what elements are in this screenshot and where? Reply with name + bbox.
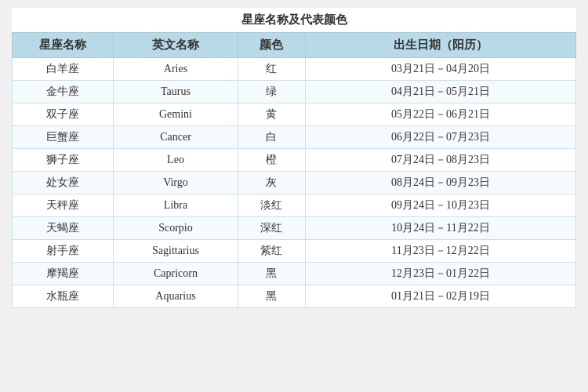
cell-color: 白 xyxy=(238,126,305,149)
cell-en-name: Scorpio xyxy=(114,217,238,240)
cell-en-name: Aquarius xyxy=(114,285,238,308)
table-row: 处女座Virgo灰08月24日－09月23日 xyxy=(13,172,576,194)
cell-en-name: Gemini xyxy=(114,103,238,126)
cell-date: 12月23日－01月22日 xyxy=(305,263,575,285)
cell-date: 03月21日－04月20日 xyxy=(305,58,575,81)
cell-en-name: Cancer xyxy=(114,126,238,149)
zodiac-table: 星座名称 英文名称 颜色 出生日期（阳历） 白羊座Aries红03月21日－04… xyxy=(12,32,576,308)
header-date: 出生日期（阳历） xyxy=(305,33,575,58)
cell-color: 黑 xyxy=(238,285,305,308)
cell-en-name: Virgo xyxy=(114,172,238,194)
cell-color: 淡红 xyxy=(238,194,305,217)
cell-color: 灰 xyxy=(238,172,305,194)
cell-date: 05月22日－06月21日 xyxy=(305,103,575,126)
cell-date: 10月24日－11月22日 xyxy=(305,217,575,240)
cell-zh-name: 狮子座 xyxy=(13,149,114,172)
cell-color: 绿 xyxy=(238,81,305,103)
table-row: 天蝎座Scorpio深红10月24日－11月22日 xyxy=(13,217,576,240)
table-row: 天秤座Libra淡红09月24日－10月23日 xyxy=(13,194,576,217)
cell-color: 红 xyxy=(238,58,305,81)
cell-en-name: Capricorn xyxy=(114,263,238,285)
cell-date: 01月21日－02月19日 xyxy=(305,285,575,308)
cell-color: 黄 xyxy=(238,103,305,126)
cell-zh-name: 天秤座 xyxy=(13,194,114,217)
table-row: 白羊座Aries红03月21日－04月20日 xyxy=(13,58,576,81)
cell-date: 06月22日－07月23日 xyxy=(305,126,575,149)
cell-en-name: Taurus xyxy=(114,81,238,103)
cell-color: 黑 xyxy=(238,263,305,285)
cell-zh-name: 水瓶座 xyxy=(13,285,114,308)
table-row: 双子座Gemini黄05月22日－06月21日 xyxy=(13,103,576,126)
page-title: 星座名称及代表颜色 xyxy=(12,8,576,32)
table-row: 水瓶座Aquarius黑01月21日－02月19日 xyxy=(13,285,576,308)
cell-zh-name: 双子座 xyxy=(13,103,114,126)
cell-zh-name: 射手座 xyxy=(13,240,114,263)
table-header-row: 星座名称 英文名称 颜色 出生日期（阳历） xyxy=(13,33,576,58)
cell-date: 07月24日－08月23日 xyxy=(305,149,575,172)
cell-zh-name: 天蝎座 xyxy=(13,217,114,240)
table-row: 射手座Sagittarius紫红11月23日－12月22日 xyxy=(13,240,576,263)
cell-zh-name: 金牛座 xyxy=(13,81,114,103)
cell-date: 09月24日－10月23日 xyxy=(305,194,575,217)
cell-en-name: Leo xyxy=(114,149,238,172)
cell-color: 紫红 xyxy=(238,240,305,263)
cell-date: 11月23日－12月22日 xyxy=(305,240,575,263)
cell-color: 橙 xyxy=(238,149,305,172)
cell-color: 深红 xyxy=(238,217,305,240)
table-row: 金牛座Taurus绿04月21日－05月21日 xyxy=(13,81,576,103)
cell-date: 08月24日－09月23日 xyxy=(305,172,575,194)
cell-en-name: Libra xyxy=(114,194,238,217)
cell-date: 04月21日－05月21日 xyxy=(305,81,575,103)
table-row: 摩羯座Capricorn黑12月23日－01月22日 xyxy=(13,263,576,285)
main-container: 星座名称及代表颜色 星座名称 英文名称 颜色 出生日期（阳历） 白羊座Aries… xyxy=(12,8,576,308)
cell-en-name: Aries xyxy=(114,58,238,81)
header-zh-name: 星座名称 xyxy=(13,33,114,58)
table-row: 狮子座Leo橙07月24日－08月23日 xyxy=(13,149,576,172)
cell-zh-name: 摩羯座 xyxy=(13,263,114,285)
cell-zh-name: 白羊座 xyxy=(13,58,114,81)
header-en-name: 英文名称 xyxy=(114,33,238,58)
cell-en-name: Sagittarius xyxy=(114,240,238,263)
table-row: 巨蟹座Cancer白06月22日－07月23日 xyxy=(13,126,576,149)
cell-zh-name: 处女座 xyxy=(13,172,114,194)
cell-zh-name: 巨蟹座 xyxy=(13,126,114,149)
table-body: 白羊座Aries红03月21日－04月20日金牛座Taurus绿04月21日－0… xyxy=(13,58,576,308)
header-color: 颜色 xyxy=(238,33,305,58)
